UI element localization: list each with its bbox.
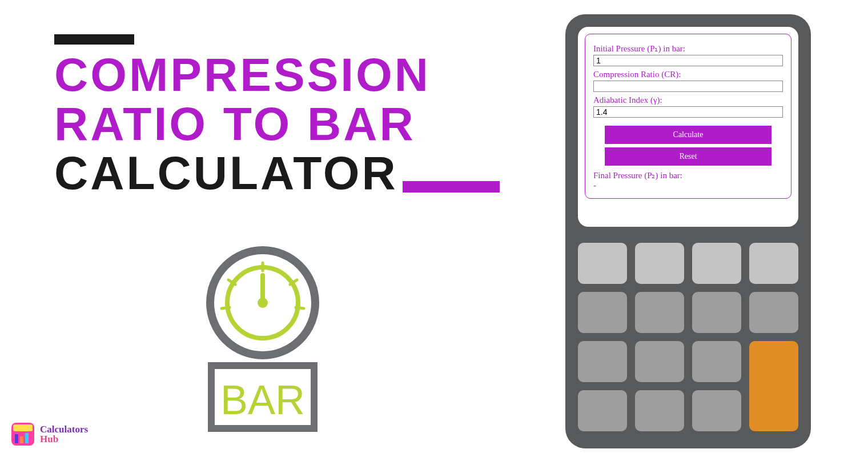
keypad-key[interactable] [578,390,627,431]
result-label: Final Pressure (P₂) in bar: [593,170,783,181]
p1-label: Initial Pressure (P₁) in bar: [593,43,783,54]
cr-input[interactable] [593,81,783,92]
result-value: - [593,181,783,190]
pressure-gauge-icon: BAR [188,246,337,440]
svg-line-8 [222,307,230,308]
title-top-bar [54,34,134,45]
gauge-label: BAR [220,377,305,423]
logo-word-1: Calculators [40,424,88,434]
cr-label: Compression Ratio (CR): [593,70,783,79]
calculator-screen: Initial Pressure (P₁) in bar: Compressio… [578,27,798,227]
logo-icon [10,422,35,447]
keypad-key[interactable] [749,243,798,284]
gamma-input[interactable] [593,106,783,118]
gamma-label: Adiabatic Index (γ): [593,95,783,105]
svg-line-7 [296,307,304,308]
calculator-keypad [578,243,798,431]
svg-rect-14 [25,433,29,443]
keypad-key[interactable] [635,341,684,382]
calculator-form: Initial Pressure (P₁) in bar: Compressio… [585,34,791,199]
keypad-key[interactable] [692,341,741,382]
keypad-key[interactable] [635,243,684,284]
gauge-illustration: BAR [188,246,337,442]
logo-word-2: Hub [40,434,88,444]
p1-input[interactable] [593,55,783,66]
calculator-device: Initial Pressure (P₁) in bar: Compressio… [565,14,811,448]
page-title-block: COMPRESSION RATIO TO BAR CALCULATOR [54,34,523,198]
svg-rect-11 [13,424,33,431]
keypad-key[interactable] [692,292,741,333]
title-bottom-bar [403,181,500,193]
keypad-key[interactable] [635,390,684,431]
keypad-key[interactable] [692,243,741,284]
title-line-2: RATIO TO BAR [54,99,523,149]
logo-text: Calculators Hub [40,424,88,444]
keypad-key-enter[interactable] [749,341,798,431]
keypad-key[interactable] [749,292,798,333]
title-line-1: COMPRESSION [54,50,523,99]
reset-button[interactable]: Reset [605,147,771,166]
keypad-key[interactable] [578,243,627,284]
keypad-key[interactable] [578,341,627,382]
keypad-key[interactable] [692,390,741,431]
svg-rect-13 [20,436,23,443]
title-line-3: CALCULATOR [54,147,398,199]
keypad-key[interactable] [635,292,684,333]
calculate-button[interactable]: Calculate [605,126,771,144]
keypad-key[interactable] [578,292,627,333]
brand-logo: Calculators Hub [10,422,88,447]
svg-rect-12 [15,434,18,443]
